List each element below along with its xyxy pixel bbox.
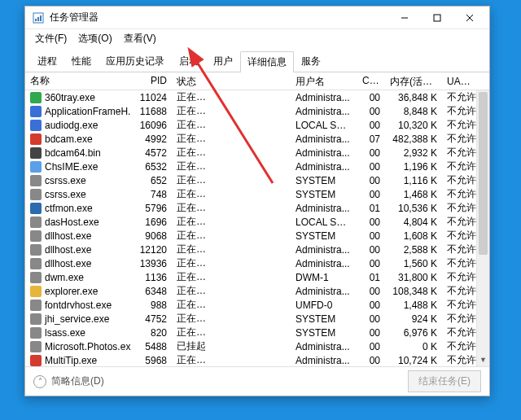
process-name: ctfmon.exe (45, 203, 93, 214)
table-row[interactable]: ctfmon.exe5796正在运行Administra...0110,536 … (25, 201, 489, 215)
process-icon (30, 147, 42, 159)
table-row[interactable]: Microsoft.Photos.exe5488已挂起Administra...… (25, 339, 489, 353)
process-icon (30, 106, 42, 117)
end-task-button[interactable]: 结束任务(E) (408, 370, 481, 392)
process-table: 名称 PID 状态 用户名 CPU 内存(活动的... UAC 虚拟化 360t… (25, 72, 489, 366)
process-cpu: 00 (357, 366, 385, 367)
svg-rect-5 (434, 15, 440, 21)
process-name: csrss.exe (45, 189, 86, 200)
table-row[interactable]: csrss.exe652正在运行SYSTEM001,116 K不允许 (25, 173, 489, 187)
menubar: 文件(F) 选项(O) 查看(V) (25, 29, 489, 47)
process-icon (30, 258, 42, 269)
menu-file[interactable]: 文件(F) (30, 30, 72, 47)
table-row[interactable]: 360tray.exe11024正在运行Administra...0036,84… (25, 90, 489, 104)
process-name: bdcam.exe (45, 133, 93, 145)
process-name: dllhost.exe (45, 230, 91, 242)
tab-app-history[interactable]: 应用历史记录 (99, 50, 172, 72)
process-icon (30, 300, 42, 311)
table-row[interactable]: fontdrvhost.exe988正在运行UMFD-0001,488 K不允许 (25, 298, 489, 312)
process-name: dllhost.exe (45, 258, 91, 269)
menu-options[interactable]: 选项(O) (73, 30, 116, 47)
process-status: 正在运行 (172, 365, 217, 366)
process-name: dllhost.exe (45, 244, 91, 256)
process-icon (30, 244, 42, 256)
chevron-up-icon: ˄ (33, 375, 46, 388)
table-row[interactable]: csrss.exe748正在运行SYSTEM001,468 K不允许 (25, 187, 489, 201)
process-icon (30, 120, 42, 131)
col-uac[interactable]: UAC 虚拟化 (442, 72, 481, 90)
process-user: Administra... (291, 366, 357, 367)
table-row[interactable]: MultiTip.exe5968正在运行Administra...0010,72… (25, 353, 489, 366)
table-row[interactable]: ChsIME.exe6532正在运行Administra...001,196 K… (25, 160, 489, 173)
footer: ˄ 简略信息(D) 结束任务(E) (25, 366, 489, 396)
task-manager-window: 任务管理器 文件(F) 选项(O) 查看(V) 进程 性能 应用历史记录 启动 … (24, 6, 490, 396)
process-name: MultiTip.exe (45, 355, 97, 366)
fewer-details-label: 简略信息(D) (51, 374, 104, 388)
table-row[interactable]: dasHost.exe1696正在运行LOCAL SER...004,804 K… (25, 215, 489, 229)
tabbar: 进程 性能 应用历史记录 启动 用户 详细信息 服务 (25, 47, 489, 72)
table-row[interactable]: lsass.exe820正在运行SYSTEM006,976 K不允许 (25, 326, 489, 339)
maximize-button[interactable] (421, 7, 453, 29)
process-name: bdcam64.bin (45, 147, 101, 159)
process-icon (30, 272, 42, 283)
process-cpu: 00 (357, 352, 385, 367)
process-icon (30, 313, 42, 325)
process-icon (30, 341, 42, 352)
tab-users[interactable]: 用户 (206, 50, 240, 72)
table-row[interactable]: dllhost.exe9068正在运行SYSTEM001,608 K不允许 (25, 229, 489, 243)
process-pid: 5968 (131, 352, 172, 367)
scroll-thumb[interactable] (479, 92, 488, 255)
process-icon (30, 327, 42, 339)
table-row[interactable]: dllhost.exe13936正在运行Administra...001,560… (25, 256, 489, 270)
window-title: 任务管理器 (50, 11, 388, 24)
process-memory: 10,724 K (385, 352, 442, 367)
col-status[interactable]: 状态 (172, 72, 217, 90)
table-row[interactable]: explorer.exe6348正在运行Administra...00108,3… (25, 284, 489, 298)
tab-details[interactable]: 详细信息 (240, 51, 294, 72)
svg-rect-1 (35, 19, 37, 21)
table-row[interactable]: bdcam64.bin4572正在运行Administra...002,932 … (25, 146, 489, 160)
process-icon (30, 92, 42, 103)
process-name: dasHost.exe (45, 217, 99, 228)
process-uac: 不允许 (442, 365, 481, 366)
process-name: lsass.exe (45, 327, 85, 339)
table-row[interactable]: audiodg.exe16096正在运行LOCAL SER...0010,320… (25, 118, 489, 132)
table-row[interactable]: dllhost.exe12120正在运行Administra...002,588… (25, 243, 489, 256)
col-pid[interactable]: PID (131, 72, 172, 90)
table-row[interactable]: jhi_service.exe4752正在运行SYSTEM00924 K不允许 (25, 312, 489, 326)
process-name: Microsoft.Photos.exe (45, 341, 131, 352)
process-icon (30, 133, 42, 145)
table-row[interactable]: bdcam.exe4992正在运行Administra...07482,388 … (25, 132, 489, 146)
col-name[interactable]: 名称 (25, 72, 131, 90)
process-user: Administra... (291, 352, 357, 367)
minimize-button[interactable] (388, 7, 421, 29)
col-memory[interactable]: 内存(活动的... (385, 72, 442, 90)
tab-startup[interactable]: 启动 (172, 50, 206, 72)
menu-view[interactable]: 查看(V) (119, 30, 161, 47)
process-name: dwm.exe (45, 272, 84, 283)
process-memory: 7,592 K (385, 366, 442, 367)
table-row[interactable]: ApplicationFrameH...11688正在运行Administra.… (25, 104, 489, 118)
process-icon (30, 286, 42, 297)
col-user[interactable]: 用户名 (291, 72, 357, 90)
table-body[interactable]: 360tray.exe11024正在运行Administra...0036,84… (25, 90, 489, 366)
fewer-details-button[interactable]: ˄ 简略信息(D) (33, 374, 104, 388)
titlebar: 任务管理器 (25, 7, 489, 29)
process-name: ApplicationFrameH... (45, 106, 131, 117)
tab-services[interactable]: 服务 (294, 50, 328, 72)
close-button[interactable] (453, 7, 486, 29)
process-name: audiodg.exe (45, 120, 98, 131)
col-cpu[interactable]: CPU (357, 72, 385, 90)
tab-processes[interactable]: 进程 (30, 50, 64, 72)
process-name: csrss.exe (45, 175, 86, 186)
process-name: explorer.exe (45, 286, 98, 297)
tab-performance[interactable]: 性能 (64, 50, 99, 72)
scroll-down-icon[interactable]: ▼ (477, 353, 489, 366)
vertical-scrollbar[interactable]: ▲ ▼ (476, 90, 489, 366)
table-row[interactable]: dwm.exe1136正在运行DWM-10131,800 K不允许 (25, 270, 489, 284)
process-icon (30, 175, 42, 186)
app-icon (32, 11, 45, 24)
table-header: 名称 PID 状态 用户名 CPU 内存(活动的... UAC 虚拟化 (25, 72, 489, 90)
process-icon (30, 189, 42, 200)
process-icon (30, 355, 42, 366)
